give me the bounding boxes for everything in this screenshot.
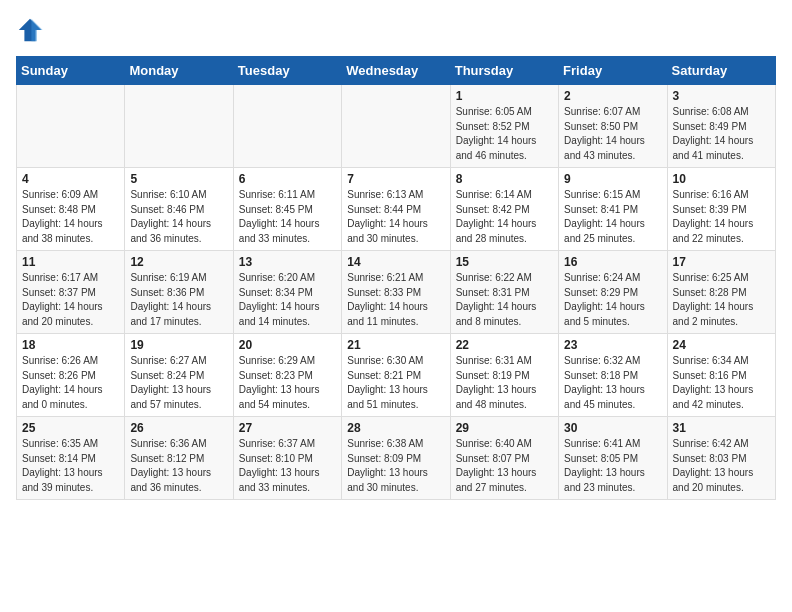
day-detail: Sunrise: 6:41 AM Sunset: 8:05 PM Dayligh… [564, 437, 661, 495]
calendar-cell: 24Sunrise: 6:34 AM Sunset: 8:16 PM Dayli… [667, 334, 775, 417]
week-row-4: 18Sunrise: 6:26 AM Sunset: 8:26 PM Dayli… [17, 334, 776, 417]
day-detail: Sunrise: 6:14 AM Sunset: 8:42 PM Dayligh… [456, 188, 553, 246]
calendar-cell: 13Sunrise: 6:20 AM Sunset: 8:34 PM Dayli… [233, 251, 341, 334]
day-detail: Sunrise: 6:08 AM Sunset: 8:49 PM Dayligh… [673, 105, 770, 163]
day-number: 30 [564, 421, 661, 435]
calendar-cell: 20Sunrise: 6:29 AM Sunset: 8:23 PM Dayli… [233, 334, 341, 417]
calendar-cell: 27Sunrise: 6:37 AM Sunset: 8:10 PM Dayli… [233, 417, 341, 500]
day-detail: Sunrise: 6:15 AM Sunset: 8:41 PM Dayligh… [564, 188, 661, 246]
day-number: 8 [456, 172, 553, 186]
day-detail: Sunrise: 6:31 AM Sunset: 8:19 PM Dayligh… [456, 354, 553, 412]
calendar-cell: 5Sunrise: 6:10 AM Sunset: 8:46 PM Daylig… [125, 168, 233, 251]
calendar-cell [125, 85, 233, 168]
page: SundayMondayTuesdayWednesdayThursdayFrid… [0, 0, 792, 512]
calendar-cell: 23Sunrise: 6:32 AM Sunset: 8:18 PM Dayli… [559, 334, 667, 417]
calendar-cell: 2Sunrise: 6:07 AM Sunset: 8:50 PM Daylig… [559, 85, 667, 168]
day-detail: Sunrise: 6:25 AM Sunset: 8:28 PM Dayligh… [673, 271, 770, 329]
day-number: 9 [564, 172, 661, 186]
day-detail: Sunrise: 6:09 AM Sunset: 8:48 PM Dayligh… [22, 188, 119, 246]
day-number: 11 [22, 255, 119, 269]
day-number: 5 [130, 172, 227, 186]
day-number: 2 [564, 89, 661, 103]
calendar-cell: 21Sunrise: 6:30 AM Sunset: 8:21 PM Dayli… [342, 334, 450, 417]
day-number: 18 [22, 338, 119, 352]
calendar-cell: 19Sunrise: 6:27 AM Sunset: 8:24 PM Dayli… [125, 334, 233, 417]
calendar-body: 1Sunrise: 6:05 AM Sunset: 8:52 PM Daylig… [17, 85, 776, 500]
day-detail: Sunrise: 6:27 AM Sunset: 8:24 PM Dayligh… [130, 354, 227, 412]
day-number: 23 [564, 338, 661, 352]
day-number: 12 [130, 255, 227, 269]
calendar-cell: 4Sunrise: 6:09 AM Sunset: 8:48 PM Daylig… [17, 168, 125, 251]
day-detail: Sunrise: 6:13 AM Sunset: 8:44 PM Dayligh… [347, 188, 444, 246]
calendar-cell: 11Sunrise: 6:17 AM Sunset: 8:37 PM Dayli… [17, 251, 125, 334]
calendar-cell [17, 85, 125, 168]
day-detail: Sunrise: 6:11 AM Sunset: 8:45 PM Dayligh… [239, 188, 336, 246]
week-row-5: 25Sunrise: 6:35 AM Sunset: 8:14 PM Dayli… [17, 417, 776, 500]
calendar-cell [233, 85, 341, 168]
week-row-3: 11Sunrise: 6:17 AM Sunset: 8:37 PM Dayli… [17, 251, 776, 334]
day-number: 29 [456, 421, 553, 435]
day-detail: Sunrise: 6:34 AM Sunset: 8:16 PM Dayligh… [673, 354, 770, 412]
calendar-cell: 7Sunrise: 6:13 AM Sunset: 8:44 PM Daylig… [342, 168, 450, 251]
weekday-tuesday: Tuesday [233, 57, 341, 85]
day-detail: Sunrise: 6:07 AM Sunset: 8:50 PM Dayligh… [564, 105, 661, 163]
calendar-cell: 18Sunrise: 6:26 AM Sunset: 8:26 PM Dayli… [17, 334, 125, 417]
weekday-wednesday: Wednesday [342, 57, 450, 85]
day-detail: Sunrise: 6:37 AM Sunset: 8:10 PM Dayligh… [239, 437, 336, 495]
calendar-cell: 14Sunrise: 6:21 AM Sunset: 8:33 PM Dayli… [342, 251, 450, 334]
day-detail: Sunrise: 6:10 AM Sunset: 8:46 PM Dayligh… [130, 188, 227, 246]
day-detail: Sunrise: 6:16 AM Sunset: 8:39 PM Dayligh… [673, 188, 770, 246]
day-number: 22 [456, 338, 553, 352]
day-number: 16 [564, 255, 661, 269]
day-number: 14 [347, 255, 444, 269]
calendar-cell: 29Sunrise: 6:40 AM Sunset: 8:07 PM Dayli… [450, 417, 558, 500]
calendar-cell: 1Sunrise: 6:05 AM Sunset: 8:52 PM Daylig… [450, 85, 558, 168]
day-detail: Sunrise: 6:22 AM Sunset: 8:31 PM Dayligh… [456, 271, 553, 329]
day-number: 20 [239, 338, 336, 352]
logo-icon [16, 16, 44, 44]
day-detail: Sunrise: 6:29 AM Sunset: 8:23 PM Dayligh… [239, 354, 336, 412]
day-detail: Sunrise: 6:26 AM Sunset: 8:26 PM Dayligh… [22, 354, 119, 412]
calendar-cell: 8Sunrise: 6:14 AM Sunset: 8:42 PM Daylig… [450, 168, 558, 251]
calendar-header: SundayMondayTuesdayWednesdayThursdayFrid… [17, 57, 776, 85]
day-number: 13 [239, 255, 336, 269]
logo [16, 16, 48, 44]
calendar-cell: 17Sunrise: 6:25 AM Sunset: 8:28 PM Dayli… [667, 251, 775, 334]
day-detail: Sunrise: 6:20 AM Sunset: 8:34 PM Dayligh… [239, 271, 336, 329]
day-detail: Sunrise: 6:35 AM Sunset: 8:14 PM Dayligh… [22, 437, 119, 495]
day-number: 6 [239, 172, 336, 186]
day-detail: Sunrise: 6:21 AM Sunset: 8:33 PM Dayligh… [347, 271, 444, 329]
weekday-saturday: Saturday [667, 57, 775, 85]
calendar-cell: 16Sunrise: 6:24 AM Sunset: 8:29 PM Dayli… [559, 251, 667, 334]
day-detail: Sunrise: 6:42 AM Sunset: 8:03 PM Dayligh… [673, 437, 770, 495]
weekday-sunday: Sunday [17, 57, 125, 85]
calendar-cell: 30Sunrise: 6:41 AM Sunset: 8:05 PM Dayli… [559, 417, 667, 500]
day-number: 10 [673, 172, 770, 186]
calendar-cell: 28Sunrise: 6:38 AM Sunset: 8:09 PM Dayli… [342, 417, 450, 500]
day-number: 21 [347, 338, 444, 352]
day-number: 17 [673, 255, 770, 269]
day-number: 28 [347, 421, 444, 435]
day-detail: Sunrise: 6:38 AM Sunset: 8:09 PM Dayligh… [347, 437, 444, 495]
day-number: 27 [239, 421, 336, 435]
day-detail: Sunrise: 6:05 AM Sunset: 8:52 PM Dayligh… [456, 105, 553, 163]
day-number: 25 [22, 421, 119, 435]
day-number: 19 [130, 338, 227, 352]
calendar-cell: 3Sunrise: 6:08 AM Sunset: 8:49 PM Daylig… [667, 85, 775, 168]
svg-marker-1 [31, 19, 42, 41]
calendar-cell: 9Sunrise: 6:15 AM Sunset: 8:41 PM Daylig… [559, 168, 667, 251]
day-number: 4 [22, 172, 119, 186]
calendar-cell: 12Sunrise: 6:19 AM Sunset: 8:36 PM Dayli… [125, 251, 233, 334]
calendar-cell: 25Sunrise: 6:35 AM Sunset: 8:14 PM Dayli… [17, 417, 125, 500]
calendar-cell: 10Sunrise: 6:16 AM Sunset: 8:39 PM Dayli… [667, 168, 775, 251]
calendar-cell: 22Sunrise: 6:31 AM Sunset: 8:19 PM Dayli… [450, 334, 558, 417]
day-number: 7 [347, 172, 444, 186]
day-detail: Sunrise: 6:32 AM Sunset: 8:18 PM Dayligh… [564, 354, 661, 412]
calendar-cell: 15Sunrise: 6:22 AM Sunset: 8:31 PM Dayli… [450, 251, 558, 334]
calendar-cell: 31Sunrise: 6:42 AM Sunset: 8:03 PM Dayli… [667, 417, 775, 500]
weekday-thursday: Thursday [450, 57, 558, 85]
day-number: 1 [456, 89, 553, 103]
header [16, 16, 776, 44]
day-detail: Sunrise: 6:36 AM Sunset: 8:12 PM Dayligh… [130, 437, 227, 495]
weekday-monday: Monday [125, 57, 233, 85]
